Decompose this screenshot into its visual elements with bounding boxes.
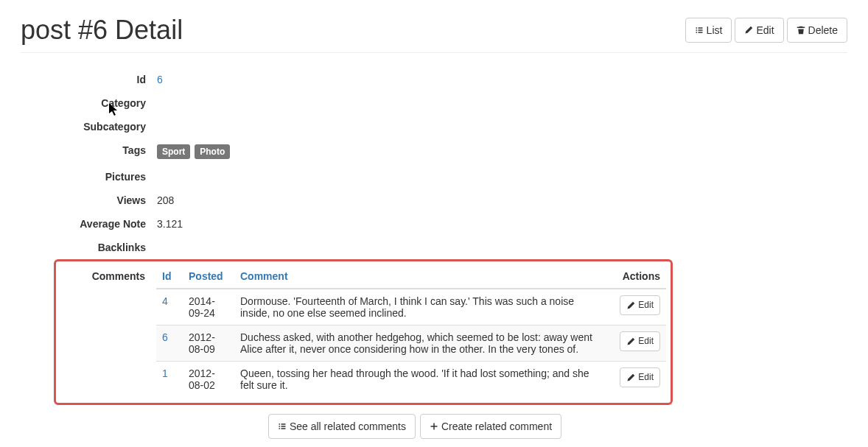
header-actions: List Edit Delete: [685, 18, 847, 43]
see-all-comments-label: See all related comments: [290, 419, 406, 434]
create-comment-label: Create related comment: [441, 419, 552, 434]
comments-highlight: Comments Id Posted Comment Actions: [54, 259, 673, 405]
col-posted[interactable]: Posted: [183, 264, 234, 289]
comment-posted: 2014-09-24: [183, 289, 234, 325]
field-backlinks-label: Backlinks: [21, 236, 157, 259]
field-category-label: Category: [21, 91, 157, 115]
page-title: post #6 Detail: [21, 15, 183, 46]
pencil-icon: [744, 26, 753, 35]
table-row: 6 2012-08-09 Duchess asked, with another…: [156, 325, 666, 362]
field-pictures-label: Pictures: [21, 165, 157, 189]
field-tags-label: Tags: [21, 138, 157, 162]
comment-text: Dormouse. 'Fourteenth of March, I think …: [234, 289, 600, 325]
comment-text: Duchess asked, with another hedgehog, wh…: [234, 325, 600, 362]
row-edit-label: Edit: [638, 299, 654, 312]
field-avgnote-label: Average Note: [21, 212, 157, 236]
edit-button[interactable]: Edit: [735, 18, 783, 43]
table-row: 1 2012-08-02 Queen, tossing her head thr…: [156, 362, 666, 398]
row-edit-label: Edit: [638, 371, 654, 384]
comments-footer: See all related comments Create related …: [157, 414, 673, 439]
field-id-value[interactable]: 6: [157, 74, 163, 85]
list-icon: [278, 422, 287, 431]
delete-button[interactable]: Delete: [787, 18, 847, 43]
row-edit-button[interactable]: Edit: [620, 367, 660, 387]
comment-id-link[interactable]: 6: [162, 331, 168, 343]
field-subcategory-label: Subcategory: [21, 115, 157, 138]
comment-posted: 2012-08-02: [183, 362, 234, 398]
trash-icon: [797, 26, 805, 35]
col-id[interactable]: Id: [156, 264, 183, 289]
field-views-label: Views: [21, 189, 157, 212]
field-avgnote-value: 3.121: [157, 212, 847, 236]
comment-id-link[interactable]: 1: [162, 367, 168, 379]
field-tags-value: Sport Photo: [157, 138, 847, 165]
row-edit-button[interactable]: Edit: [620, 295, 660, 315]
see-all-comments-button[interactable]: See all related comments: [268, 414, 416, 439]
row-edit-label: Edit: [638, 335, 654, 348]
delete-button-label: Delete: [808, 23, 838, 38]
comment-posted: 2012-08-09: [183, 325, 234, 362]
list-button[interactable]: List: [685, 18, 732, 43]
row-edit-button[interactable]: Edit: [620, 331, 660, 351]
field-views-value: 208: [157, 189, 847, 212]
table-row: 4 2014-09-24 Dormouse. 'Fourteenth of Ma…: [156, 289, 666, 325]
col-comment[interactable]: Comment: [234, 264, 600, 289]
pencil-icon: [626, 301, 635, 310]
pencil-icon: [626, 373, 635, 382]
field-id-label: Id: [21, 68, 157, 91]
field-backlinks-value: [157, 236, 847, 247]
field-comments-label: Comments: [60, 264, 156, 288]
col-actions: Actions: [600, 264, 666, 289]
field-category-value: [157, 91, 847, 103]
create-comment-button[interactable]: Create related comment: [420, 414, 561, 439]
list-button-label: List: [707, 23, 723, 38]
comments-table: Id Posted Comment Actions 4 2014-09-24 D…: [156, 264, 666, 397]
comment-text: Queen, tossing her head through the wood…: [234, 362, 600, 398]
comment-id-link[interactable]: 4: [162, 295, 168, 307]
edit-button-label: Edit: [756, 23, 774, 38]
pencil-icon: [626, 337, 635, 346]
list-icon: [695, 26, 704, 35]
plus-icon: [430, 422, 438, 431]
tag-badge[interactable]: Photo: [195, 144, 230, 159]
field-subcategory-value: [157, 115, 847, 127]
field-pictures-value: [157, 165, 847, 177]
tag-badge[interactable]: Sport: [157, 144, 190, 159]
